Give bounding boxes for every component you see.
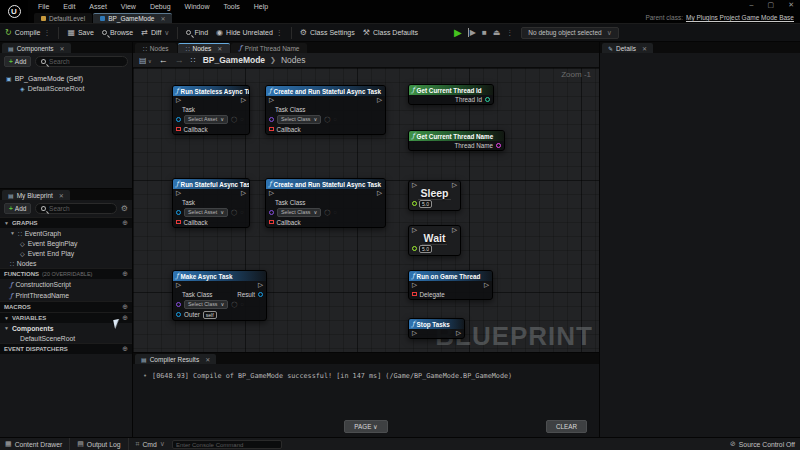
exec-in-pin[interactable]: ▷ (412, 227, 417, 234)
node-get-current-thread-name[interactable]: ƒGet Current Thread NameThread Name (408, 130, 505, 151)
class-defaults-button[interactable]: ⚒Class Defaults (363, 28, 418, 37)
minimize-button[interactable]: – (750, 1, 754, 9)
search-asset-icon[interactable]: ◌ (240, 209, 243, 215)
variables-section-header[interactable]: ▼ VARIABLES ⊕ (0, 312, 132, 323)
data-pin[interactable] (412, 246, 417, 251)
console-command-field[interactable] (172, 440, 282, 449)
close-icon[interactable]: ✕ (60, 45, 65, 52)
item-event-endplay[interactable]: ◇ Event End Play (0, 248, 132, 258)
browse-button[interactable]: Browse (102, 29, 133, 36)
macros-section-header[interactable]: MACROS ⊕ (0, 301, 132, 312)
data-pin[interactable] (176, 312, 181, 317)
select-dropdown[interactable]: Select Class ∨ (184, 300, 228, 309)
search-asset-icon[interactable]: ◌ (240, 116, 243, 122)
search-asset-icon[interactable]: ◌ (334, 116, 337, 122)
breadcrumb-root[interactable]: BP_GameMode (203, 55, 265, 65)
frame-skip-button[interactable]: ▶ (468, 28, 476, 37)
exec-in-pin[interactable]: ▷ (269, 190, 274, 197)
menu-asset[interactable]: Asset (89, 3, 107, 10)
content-drawer-button[interactable]: ▦ Content Drawer (5, 440, 62, 448)
tab-default-level[interactable]: DefaultLevel (34, 13, 92, 23)
pin-value-box[interactable]: 5.0 (419, 245, 432, 253)
select-dropdown[interactable]: Select Asset ∨ (184, 115, 228, 124)
tab-bp-gamemode[interactable]: BP_GameMode ✕ (93, 13, 172, 23)
pin-value-box[interactable]: self (203, 311, 217, 319)
cmd-dropdown[interactable]: ⌗ Cmd ∨ (136, 440, 165, 448)
menu-debug[interactable]: Debug (150, 3, 171, 10)
graph-canvas[interactable]: Zoom -1 BLUEPRINT ƒRun Stateless Async T… (133, 68, 599, 352)
node-create-run-stateful-async-task-2[interactable]: ƒCreate and Run Stateful Async Task▷▷Tas… (265, 178, 386, 228)
browse-asset-icon[interactable]: ◯ (324, 209, 330, 215)
tab-my-blueprint[interactable]: ▤ My Blueprint ✕ (2, 190, 70, 200)
breadcrumb-current[interactable]: Nodes (281, 55, 306, 65)
node-sleep[interactable]: ▷▷Sleep5.0 (408, 180, 461, 211)
compile-options-icon[interactable]: ⋮ (43, 29, 50, 37)
data-pin[interactable] (258, 292, 263, 297)
search-asset-icon[interactable]: ◌ (241, 301, 244, 307)
delegate-pin[interactable] (176, 127, 181, 132)
compile-button[interactable]: ↻ Compile⋮ (5, 28, 50, 37)
delegate-pin[interactable] (412, 292, 417, 297)
select-dropdown[interactable]: Select Class ∨ (277, 115, 321, 124)
add-macro-icon[interactable]: ⊕ (122, 303, 128, 311)
parent-class-link[interactable]: My Plugins Project Game Mode Base (686, 14, 794, 21)
add-function-icon[interactable]: ⊕ (122, 270, 128, 278)
exec-in-pin[interactable]: ▷ (412, 282, 417, 289)
source-control-button[interactable]: ⊘ Source Control Off (730, 440, 795, 448)
clear-button[interactable]: CLEAR (546, 420, 587, 433)
exec-out-pin[interactable]: ▷ (452, 182, 457, 189)
node-run-stateful-async-task[interactable]: ƒRun Stateful Async Task▷▷TaskSelect Ass… (172, 178, 250, 228)
graph-tab-nodes-2[interactable]: ∷ Nodes ✕ (178, 43, 231, 53)
browse-asset-icon[interactable]: ◯ (231, 301, 237, 307)
select-dropdown[interactable]: Select Asset ∨ (184, 208, 228, 217)
menu-tools[interactable]: Tools (223, 3, 239, 10)
graph-tab-print-thread-name[interactable]: ƒ Print Thread Name (231, 43, 307, 53)
exec-in-pin[interactable]: ▷ (412, 182, 417, 189)
class-settings-button[interactable]: ⚙Class Settings (300, 28, 355, 37)
search-asset-icon[interactable]: ◌ (334, 209, 337, 215)
item-event-beginplay[interactable]: ◇ Event BeginPlay (0, 238, 132, 248)
functions-section-header[interactable]: FUNCTIONS (20 OVERRIDABLE) ⊕ (0, 268, 132, 279)
node-get-current-thread-id[interactable]: ƒGet Current Thread IdThread Id (408, 84, 494, 105)
find-button[interactable]: Find (186, 29, 208, 36)
add-component-button[interactable]: + Add (4, 56, 31, 67)
hide-unrelated-options-icon[interactable]: ⋮ (276, 29, 283, 37)
data-pin[interactable] (485, 97, 490, 102)
close-icon[interactable]: ✕ (205, 356, 210, 363)
forward-arrow-icon[interactable]: → (175, 55, 184, 65)
node-make-async-task[interactable]: ƒMake Async Task▷▷Task ClassResultSelect… (172, 270, 267, 321)
data-pin[interactable] (176, 210, 181, 215)
exec-out-pin[interactable]: ▷ (377, 190, 382, 197)
graphs-section-header[interactable]: ▼ GRAPHS ⊕ (0, 217, 132, 228)
exec-out-pin[interactable]: ▷ (456, 330, 461, 337)
menu-edit[interactable]: Edit (63, 3, 75, 10)
console-command-input[interactable] (173, 442, 281, 448)
stop-button[interactable]: ■ (482, 28, 487, 37)
tree-item-default-scene-root[interactable]: ◈ DefaultSceneRoot (18, 83, 128, 93)
components-search[interactable] (35, 56, 128, 67)
close-icon[interactable]: ✕ (217, 45, 222, 52)
output-log-button[interactable]: ▤ Output Log (77, 440, 120, 448)
data-pin[interactable] (176, 117, 181, 122)
data-pin[interactable] (176, 302, 181, 307)
graph-viewport[interactable]: Zoom -1 BLUEPRINT ƒRun Stateless Async T… (133, 68, 599, 352)
eject-button[interactable]: ⏏ (493, 28, 501, 37)
play-button[interactable]: ▶ (454, 27, 462, 38)
bookmark-icon[interactable]: ▤ ∨ (139, 56, 152, 65)
data-pin[interactable] (412, 201, 417, 206)
exec-in-pin[interactable]: ▷ (269, 97, 274, 104)
data-pin[interactable] (269, 117, 274, 122)
exec-in-pin[interactable]: ▷ (176, 190, 181, 197)
node-stop-tasks[interactable]: ƒStop Tasks▷▷ (408, 318, 465, 339)
hide-unrelated-button[interactable]: ◉ Hide Unrelated⋮ (216, 28, 283, 37)
exec-out-pin[interactable]: ▷ (258, 282, 263, 289)
item-default-scene-root-variable[interactable]: DefaultSceneRoot (0, 333, 132, 343)
menu-view[interactable]: View (121, 3, 136, 10)
settings-gear-icon[interactable]: ⚙ (121, 204, 128, 213)
event-dispatchers-section-header[interactable]: EVENT DISPATCHERS ⊕ (0, 343, 132, 354)
exec-in-pin[interactable]: ▷ (412, 330, 417, 337)
close-icon[interactable]: ✕ (59, 192, 64, 199)
node-create-run-stateful-async-task-1[interactable]: ƒCreate and Run Stateful Async Task▷▷Tas… (265, 85, 386, 135)
menu-file[interactable]: File (38, 3, 49, 10)
pin-value-box[interactable]: 5.0 (419, 200, 432, 208)
